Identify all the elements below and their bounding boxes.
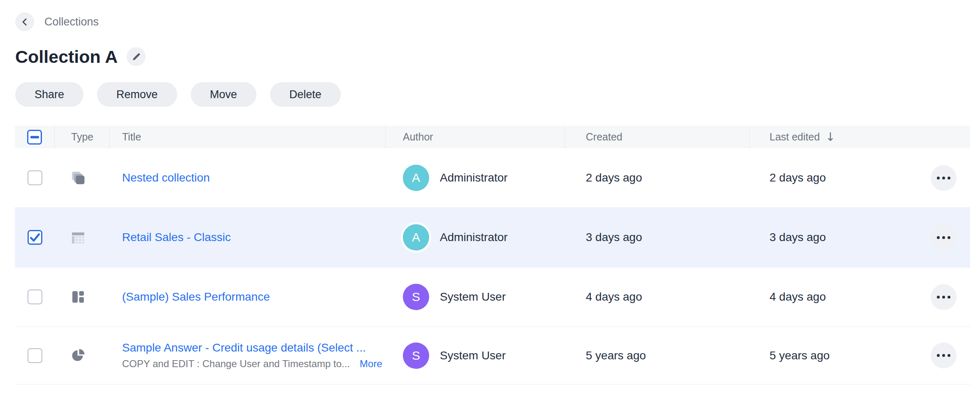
table-row[interactable]: Retail Sales - Classic A Administrator 3… xyxy=(15,208,970,267)
table-row[interactable]: Nested collection A Administrator 2 days… xyxy=(15,148,970,208)
row-title-link[interactable]: Nested collection xyxy=(122,171,210,184)
avatar: A xyxy=(403,165,429,191)
avatar: S xyxy=(403,343,429,369)
column-header-last-edited[interactable]: Last edited ↓ xyxy=(750,126,929,148)
column-header-created[interactable]: Created xyxy=(565,126,750,148)
row-title-link[interactable]: Sample Answer - Credit usage details (Se… xyxy=(122,341,366,354)
author-name: System User xyxy=(440,290,506,303)
indeterminate-dash-icon xyxy=(30,136,39,138)
row-subtitle: COPY and EDIT : Change User and Timestam… xyxy=(122,358,350,370)
back-button[interactable] xyxy=(15,12,34,31)
liveboard-icon xyxy=(71,290,86,304)
sort-descending-icon: ↓ xyxy=(825,130,835,144)
author-name: Administrator xyxy=(440,171,508,184)
author-name: System User xyxy=(440,349,506,362)
move-button[interactable]: Move xyxy=(191,82,257,107)
pencil-icon xyxy=(131,52,141,62)
avatar: S xyxy=(403,284,429,310)
column-header-title[interactable]: Title xyxy=(110,126,386,148)
chevron-left-icon xyxy=(19,16,30,28)
created-cell: 3 days ago xyxy=(565,231,750,244)
page-header: Collections Collection A xyxy=(0,0,980,68)
column-header-last-edited-label: Last edited xyxy=(770,131,820,143)
last-edited-cell: 3 days ago xyxy=(750,231,929,244)
ellipsis-icon xyxy=(937,296,940,299)
ellipsis-icon xyxy=(937,236,940,239)
ellipsis-icon xyxy=(937,354,940,357)
edit-title-button[interactable] xyxy=(127,47,146,66)
column-header-type[interactable]: Type xyxy=(55,126,110,148)
table-body: Nested collection A Administrator 2 days… xyxy=(15,148,970,384)
table-header-row: Type Title Author Created Last edited ↓ xyxy=(15,126,970,148)
row-title-link[interactable]: (Sample) Sales Performance xyxy=(122,290,270,303)
row-menu-button[interactable] xyxy=(931,225,957,251)
action-toolbar: Share Remove Move Delete xyxy=(15,82,980,107)
created-cell: 2 days ago xyxy=(565,171,750,184)
created-cell: 4 days ago xyxy=(565,290,750,303)
select-all-checkbox[interactable] xyxy=(27,130,42,145)
more-link[interactable]: More xyxy=(360,358,382,370)
row-checkbox[interactable] xyxy=(28,230,42,245)
row-menu-button[interactable] xyxy=(931,343,957,368)
collection-detail-page: { "page": { "breadcrumb": "Collections",… xyxy=(0,0,980,400)
breadcrumb-collections-link[interactable]: Collections xyxy=(44,16,99,28)
column-header-author[interactable]: Author xyxy=(386,126,565,148)
table-row[interactable]: (Sample) Sales Performance S System User… xyxy=(15,267,970,327)
avatar-initial: S xyxy=(412,349,420,363)
row-checkbox[interactable] xyxy=(28,290,42,304)
created-cell: 5 years ago xyxy=(565,349,750,362)
last-edited-cell: 4 days ago xyxy=(750,290,929,303)
delete-button[interactable]: Delete xyxy=(270,82,341,107)
last-edited-cell: 5 years ago xyxy=(750,349,929,362)
ellipsis-icon xyxy=(937,177,940,179)
row-title-link[interactable]: Retail Sales - Classic xyxy=(122,231,231,244)
collection-icon xyxy=(71,170,86,185)
last-edited-cell: 2 days ago xyxy=(750,171,929,184)
page-title: Collection A xyxy=(15,45,118,68)
avatar-initial: A xyxy=(412,230,420,244)
avatar: A xyxy=(403,224,429,251)
row-menu-button[interactable] xyxy=(931,165,957,191)
avatar-initial: S xyxy=(412,290,420,304)
row-checkbox[interactable] xyxy=(28,170,42,185)
table-row[interactable]: Sample Answer - Credit usage details (Se… xyxy=(15,327,970,384)
share-button[interactable]: Share xyxy=(15,82,83,107)
table-icon xyxy=(71,230,86,245)
row-menu-button[interactable] xyxy=(931,284,957,310)
collection-items-table: Type Title Author Created Last edited ↓ … xyxy=(15,126,970,384)
breadcrumb: Collections xyxy=(15,12,980,31)
avatar-initial: A xyxy=(412,171,420,185)
pie-chart-icon xyxy=(71,348,86,363)
row-checkbox[interactable] xyxy=(28,348,42,363)
author-name: Administrator xyxy=(440,231,508,244)
checkmark-icon xyxy=(29,231,41,244)
remove-button[interactable]: Remove xyxy=(97,82,177,107)
